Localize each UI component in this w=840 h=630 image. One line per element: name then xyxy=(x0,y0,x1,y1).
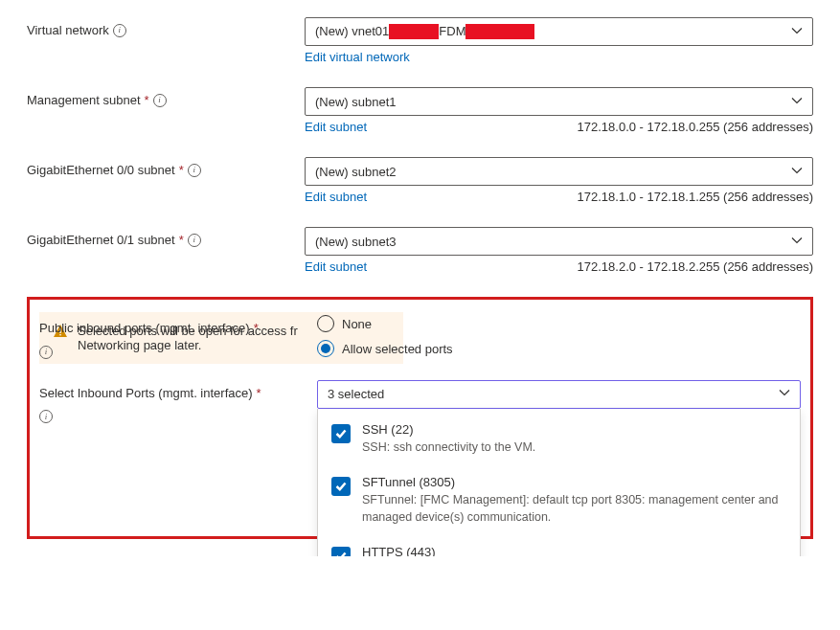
highlighted-section: Public inbound ports (mgmt. interface) *… xyxy=(27,297,813,539)
redacted-block xyxy=(465,24,534,39)
dropdown-ge00-subnet[interactable]: (New) subnet2 xyxy=(305,157,813,186)
required-marker: * xyxy=(257,386,261,400)
radio-label-none: None xyxy=(342,317,372,331)
info-icon[interactable]: i xyxy=(39,346,53,359)
dropdown-value: (New) subnet2 xyxy=(315,165,397,179)
edit-subnet-link[interactable]: Edit subnet xyxy=(305,259,367,274)
edit-subnet-link[interactable]: Edit subnet xyxy=(305,120,367,134)
row-ge00-subnet: GigabitEthernet 0/0 subnet * i (New) sub… xyxy=(27,157,813,219)
port-title: SSH (22) xyxy=(362,422,786,437)
checkbox-sftunnel[interactable] xyxy=(331,477,351,496)
chevron-down-icon xyxy=(791,25,803,39)
label-ge00-subnet: GigabitEthernet 0/0 subnet xyxy=(27,163,175,177)
address-range: 172.18.2.0 - 172.18.2.255 (256 addresses… xyxy=(578,259,813,274)
port-title: HTTPS (443) xyxy=(362,545,786,556)
chevron-down-icon xyxy=(791,235,803,249)
info-icon[interactable]: i xyxy=(39,410,53,423)
chevron-down-icon xyxy=(791,95,803,109)
dropdown-value: (New) subnet1 xyxy=(315,95,397,109)
info-icon[interactable]: i xyxy=(113,24,126,37)
radio-none[interactable] xyxy=(317,315,334,332)
address-range: 172.18.0.0 - 172.18.0.255 (256 addresses… xyxy=(578,120,813,134)
edit-subnet-link[interactable]: Edit subnet xyxy=(305,190,367,204)
label-public-inbound-ports: Public inbound ports (mgmt. interface) xyxy=(39,321,250,335)
info-icon[interactable]: i xyxy=(188,234,201,247)
info-icon[interactable]: i xyxy=(153,94,167,107)
dropdown-value: (New) subnet3 xyxy=(315,235,397,249)
required-marker: * xyxy=(179,163,184,177)
edit-virtual-network-link[interactable]: Edit virtual network xyxy=(305,50,410,64)
checkbox-https[interactable] xyxy=(331,547,351,556)
port-desc: SFTunnel: [FMC Management]: default tcp … xyxy=(362,492,786,526)
label-ge01-subnet: GigabitEthernet 0/1 subnet xyxy=(27,233,175,247)
dropdown-panel-inbound-ports: SSH (22) SSH: ssh connectivity to the VM… xyxy=(317,409,801,556)
label-virtual-network: Virtual network xyxy=(27,23,109,37)
row-public-inbound-ports: Public inbound ports (mgmt. interface) *… xyxy=(39,315,801,359)
radio-label-allow: Allow selected ports xyxy=(342,342,453,356)
port-option-https[interactable]: HTTPS (443) HTTPS: [FDM Management]: FDM… xyxy=(318,535,800,556)
port-title: SFTunnel (8305) xyxy=(362,475,786,489)
dropdown-virtual-network[interactable]: (New) vnet01FDM xyxy=(305,17,813,46)
port-option-sftunnel[interactable]: SFTunnel (8305) SFTunnel: [FMC Managemen… xyxy=(318,465,800,535)
dropdown-ge01-subnet[interactable]: (New) subnet3 xyxy=(305,227,813,256)
address-range: 172.18.1.0 - 172.18.1.255 (256 addresses… xyxy=(578,190,813,204)
required-marker: * xyxy=(145,93,149,107)
row-management-subnet: Management subnet * i (New) subnet1 Edit… xyxy=(27,87,813,149)
required-marker: * xyxy=(254,321,259,335)
redacted-block xyxy=(389,24,439,39)
port-option-ssh[interactable]: SSH (22) SSH: ssh connectivity to the VM… xyxy=(318,413,800,466)
radio-group-inbound: None Allow selected ports xyxy=(317,315,801,357)
radio-allow-selected[interactable] xyxy=(317,340,334,357)
row-virtual-network: Virtual network i (New) vnet01FDM Edit v… xyxy=(27,17,813,79)
info-icon[interactable]: i xyxy=(188,164,201,177)
chevron-down-icon xyxy=(779,387,790,401)
chevron-down-icon xyxy=(791,165,803,179)
label-management-subnet: Management subnet xyxy=(27,93,141,107)
dropdown-select-inbound-ports[interactable]: 3 selected xyxy=(317,380,801,409)
dropdown-value: 3 selected xyxy=(328,387,384,401)
port-desc: SSH: ssh connectivity to the VM. xyxy=(362,439,786,457)
dropdown-management-subnet[interactable]: (New) subnet1 xyxy=(305,87,813,116)
dropdown-value-virtual-network: (New) vnet01FDM xyxy=(315,24,534,40)
checkbox-ssh[interactable] xyxy=(331,424,351,443)
required-marker: * xyxy=(179,233,184,247)
label-select-inbound-ports: Select Inbound Ports (mgmt. interface) xyxy=(39,386,253,400)
row-ge01-subnet: GigabitEthernet 0/1 subnet * i (New) sub… xyxy=(27,227,813,289)
